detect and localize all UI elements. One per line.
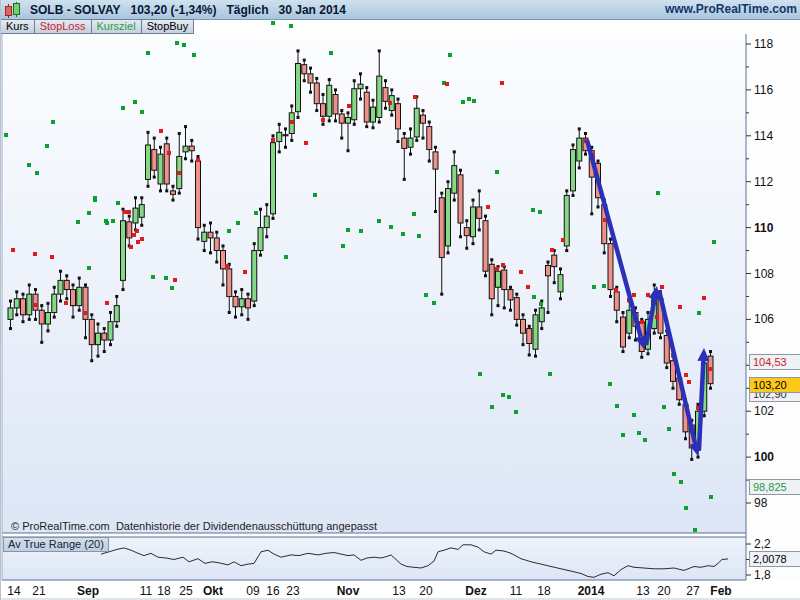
svg-text:102: 102 — [754, 404, 774, 418]
chart-tab-bar: KursStopLossKurszielStopBuy — [1, 19, 800, 34]
svg-text:27: 27 — [686, 584, 700, 598]
svg-text:25: 25 — [179, 584, 193, 598]
last-quote: 103,20 (-1,34%) — [130, 3, 216, 17]
svg-text:Sep: Sep — [77, 584, 99, 598]
candlestick-icon — [4, 2, 20, 17]
svg-text:23: 23 — [286, 584, 300, 598]
svg-text:18: 18 — [157, 584, 171, 598]
price-tag-kursziel-level: 98,825 — [749, 479, 800, 495]
prorealtime-chart-window: SOLB - SOLVAY 103,20 (-1,34%) Täglich 30… — [0, 0, 800, 600]
tab-kursziel[interactable]: Kursziel — [91, 19, 142, 34]
svg-text:110: 110 — [754, 221, 774, 235]
svg-text:112: 112 — [754, 175, 773, 189]
price-tag-stoploss-level: 104,53 — [749, 354, 800, 370]
svg-text:20: 20 — [657, 584, 671, 598]
timeframe-label: Täglich — [227, 3, 269, 17]
svg-text:118: 118 — [754, 37, 773, 51]
date-label: 30 Jan 2014 — [279, 3, 346, 17]
copyright-note: © ProRealTime.com Datenhistorie der Divi… — [11, 520, 377, 532]
svg-text:114: 114 — [754, 129, 773, 143]
svg-text:Nov: Nov — [337, 584, 360, 598]
price-tag-atr-value: 2,0078 — [749, 551, 800, 567]
svg-text:116: 116 — [754, 83, 773, 97]
svg-text:11: 11 — [510, 584, 523, 598]
svg-text:11: 11 — [140, 584, 153, 598]
prorealtime-url[interactable]: www.ProRealTime.com — [665, 2, 797, 16]
svg-text:20: 20 — [419, 584, 433, 598]
svg-text:16: 16 — [266, 584, 280, 598]
symbol-title: SOLB - SOLVAY — [30, 3, 120, 17]
svg-text:2014: 2014 — [578, 584, 605, 598]
price-tag-last-price: 103,20 — [749, 377, 800, 393]
svg-text:21: 21 — [32, 584, 46, 598]
svg-text:106: 106 — [754, 312, 774, 326]
svg-text:98: 98 — [754, 496, 768, 510]
tab-kurs[interactable]: Kurs — [0, 19, 35, 34]
title-bar: SOLB - SOLVAY 103,20 (-1,34%) Täglich 30… — [1, 0, 800, 20]
svg-text:13: 13 — [392, 584, 406, 598]
atr-indicator-label: Av True Range (20) — [3, 537, 109, 552]
svg-text:1,8: 1,8 — [754, 568, 771, 582]
svg-text:108: 108 — [754, 267, 774, 281]
tab-stopbuy[interactable]: StopBuy — [141, 19, 195, 34]
svg-text:100: 100 — [754, 450, 774, 464]
svg-text:2,2: 2,2 — [754, 537, 771, 551]
svg-text:18: 18 — [537, 584, 551, 598]
svg-text:Dez: Dez — [465, 584, 486, 598]
svg-text:09: 09 — [246, 584, 260, 598]
svg-text:Feb: Feb — [710, 584, 731, 598]
svg-text:14: 14 — [7, 584, 21, 598]
svg-text:Okt: Okt — [203, 584, 223, 598]
tab-stoploss[interactable]: StopLoss — [34, 19, 92, 34]
price-chart-canvas[interactable]: 981001021041061081101121141161182,21,814… — [1, 0, 800, 600]
svg-text:13: 13 — [636, 584, 650, 598]
